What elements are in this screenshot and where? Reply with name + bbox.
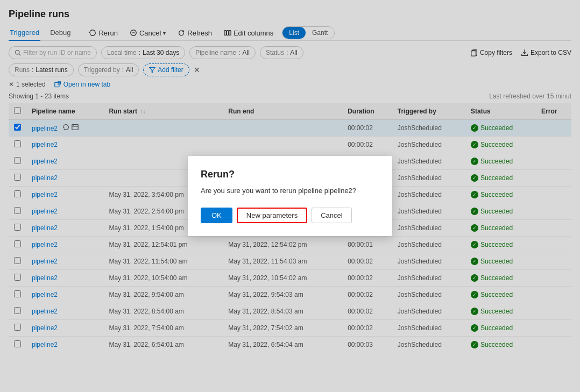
modal-cancel-button[interactable]: Cancel [312,208,351,223]
modal-footer: OK New parameters Cancel [201,208,379,223]
modal-ok-button[interactable]: OK [201,208,232,223]
modal-new-parameters-button[interactable]: New parameters [237,208,307,223]
pipeline-runs-page: Pipeline runs Triggered Debug Rerun Canc… [0,0,580,392]
modal-body: Are you sure you want to rerun pipeline … [201,187,379,195]
modal-overlay: Rerun? Are you sure you want to rerun pi… [0,0,580,392]
modal-title: Rerun? [201,169,379,180]
rerun-modal: Rerun? Are you sure you want to rerun pi… [188,156,392,236]
